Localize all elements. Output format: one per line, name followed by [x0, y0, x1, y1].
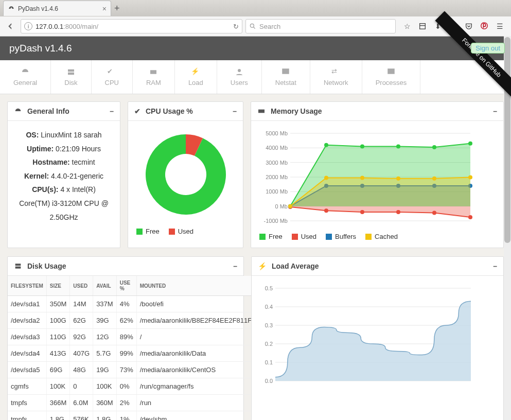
sign-out-link[interactable]: Sign out	[471, 43, 505, 54]
label: Kernel:	[24, 172, 49, 180]
panel-title: Memory Usage	[271, 107, 322, 115]
svg-rect-7	[387, 68, 395, 74]
svg-point-46	[468, 176, 472, 180]
menu-icon[interactable]: ☰	[495, 21, 505, 31]
cell: 92G	[70, 329, 93, 345]
memory-icon	[257, 107, 266, 115]
cell: tmpfs	[8, 411, 46, 421]
dashboard-icon	[8, 5, 15, 12]
svg-text:5000 Mb: 5000 Mb	[266, 130, 288, 136]
cell: /dev/shm	[136, 411, 260, 421]
svg-point-33	[432, 211, 436, 215]
cell: 62%	[116, 312, 136, 329]
nav-tabs: General Disk ✔CPU RAM ⚡Load Users Netsta…	[0, 60, 511, 94]
svg-text:1000 Mb: 1000 Mb	[266, 188, 288, 195]
svg-point-31	[360, 210, 364, 214]
cell: 62G	[70, 312, 93, 329]
tab-load[interactable]: ⚡Load	[175, 60, 217, 94]
url-bar[interactable]: i 127.0.0.1:8000/main/ ↻	[21, 19, 242, 33]
info-icon[interactable]: i	[24, 22, 32, 30]
svg-text:-1000 Mb: -1000 Mb	[264, 218, 288, 224]
tab-general[interactable]: General	[0, 60, 51, 94]
svg-point-0	[250, 24, 254, 27]
legend-swatch	[169, 229, 175, 235]
star-icon[interactable]: ☆	[402, 21, 412, 31]
th: FILESYSTEM	[8, 276, 46, 296]
search-bar[interactable]: Search	[245, 19, 396, 33]
tab-netstat[interactable]: Netstat	[262, 60, 310, 94]
cell: 100G	[46, 312, 70, 329]
tab-users[interactable]: Users	[217, 60, 262, 94]
svg-point-27	[432, 145, 436, 149]
cell: 100K	[93, 378, 117, 395]
cell: 1.8G	[46, 411, 70, 421]
back-button[interactable]	[3, 19, 17, 33]
legend-swatch	[326, 234, 332, 240]
legend-swatch	[136, 229, 143, 235]
panel-general-info: General Info – OS: LinuxMint 18 sarah Up…	[7, 101, 120, 248]
panel-title: Load Average	[272, 262, 319, 270]
cell: /boot/efi	[136, 296, 260, 312]
svg-text:3000 Mb: 3000 Mb	[266, 160, 288, 166]
pinterest-icon[interactable]: ⓟ	[479, 21, 489, 31]
cell: cgmfs	[8, 378, 46, 395]
svg-point-26	[396, 145, 400, 149]
th: USED	[70, 276, 93, 296]
cell: /dev/sda4	[8, 345, 46, 362]
close-icon[interactable]: ×	[102, 5, 107, 13]
search-placeholder: Search	[259, 23, 280, 30]
url-host: 127.0.0.1	[36, 23, 63, 30]
cell: 89%	[116, 329, 136, 345]
legend-label: Cached	[375, 233, 398, 240]
new-tab-button[interactable]: +	[114, 3, 120, 14]
dashboard-icon	[14, 107, 22, 115]
svg-text:0.2: 0.2	[265, 341, 273, 347]
svg-text:0.0: 0.0	[265, 378, 273, 384]
tab-ram[interactable]: RAM	[133, 60, 175, 94]
svg-text:0.1: 0.1	[265, 359, 273, 365]
label: Uptime:	[27, 145, 54, 153]
cell: 73%	[116, 362, 136, 378]
cell: /media/aaronkilik/CentOS	[136, 362, 260, 378]
browser-tab[interactable]: PyDash v1.4.6 ×	[3, 1, 111, 16]
tab-label: Users	[231, 79, 248, 86]
tab-label: Network	[324, 79, 348, 86]
svg-text:2000 Mb: 2000 Mb	[266, 174, 288, 180]
cell: 14M	[70, 296, 93, 312]
collapse-icon[interactable]: –	[493, 107, 497, 115]
library-icon[interactable]	[417, 21, 428, 31]
svg-text:0.5: 0.5	[265, 285, 273, 291]
collapse-icon[interactable]: –	[493, 262, 497, 270]
th: AVAIL	[93, 276, 117, 296]
tab-disk[interactable]: Disk	[51, 60, 91, 94]
cell: 360M	[93, 395, 117, 411]
memory-chart: 5000 Mb4000 Mb3000 Mb2000 Mb1000 Mb0 Mb-…	[259, 128, 481, 226]
tab-processes[interactable]: Processes	[362, 60, 421, 94]
legend-label: Free	[146, 227, 160, 235]
svg-rect-4	[150, 70, 156, 74]
panel-disk-usage: Disk Usage – FILESYSTEM SIZE USED AVAIL …	[7, 256, 244, 420]
svg-line-1	[254, 27, 255, 29]
collapse-icon[interactable]: –	[110, 107, 114, 115]
tab-cpu[interactable]: ✔CPU	[92, 60, 133, 94]
pocket-icon[interactable]	[464, 21, 474, 31]
collapse-icon[interactable]: –	[233, 262, 237, 270]
collapse-icon[interactable]: –	[233, 107, 237, 115]
tab-network[interactable]: ⇄Network	[310, 60, 362, 94]
tab-label: RAM	[146, 79, 161, 86]
cell: 12G	[93, 329, 117, 345]
svg-text:4000 Mb: 4000 Mb	[266, 145, 288, 151]
tab-label: Netstat	[275, 79, 296, 86]
table-row: tmpfs1.8G576K1.8G1%/dev/shm	[8, 411, 260, 421]
flash-icon: ⚡	[258, 262, 267, 270]
reload-icon[interactable]: ↻	[233, 23, 239, 30]
svg-point-28	[468, 142, 472, 146]
tab-label: General	[13, 79, 37, 86]
svg-point-43	[360, 176, 364, 180]
label: OS:	[26, 131, 39, 139]
scrollbar-thumb[interactable]	[504, 37, 510, 243]
svg-text:0 Mb: 0 Mb	[275, 203, 288, 209]
cell: 99%	[116, 345, 136, 362]
cell: /media/aaronkilik/Data	[136, 345, 260, 362]
panel-cpu-usage: ✔ CPU Usage % – Free Used	[128, 101, 243, 248]
